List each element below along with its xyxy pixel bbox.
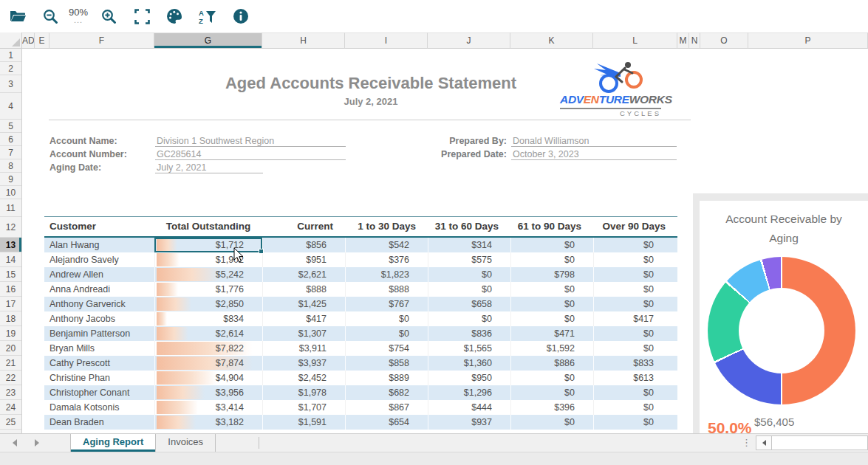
cell-current[interactable]: $3,911 xyxy=(262,341,345,356)
row-header-13[interactable]: 13 xyxy=(0,238,21,252)
header-31-60[interactable]: 31 to 60 Days xyxy=(428,217,510,236)
cell-1-30-days[interactable]: $889 xyxy=(345,371,428,385)
sheet-tab-aging-report[interactable]: Aging Report xyxy=(70,434,156,452)
cell-customer[interactable]: Dean Braden xyxy=(44,415,154,430)
header-current[interactable]: Current xyxy=(262,217,345,236)
row-header-25[interactable]: 25 xyxy=(0,415,21,430)
splitter-dots-icon[interactable]: ⋮ xyxy=(742,435,751,450)
cell-61-90-days[interactable]: $0 xyxy=(510,297,593,311)
tab-scroll-right-icon[interactable] xyxy=(33,438,41,447)
row-header-7[interactable]: 7 xyxy=(0,146,21,159)
cell-current[interactable]: $1,978 xyxy=(262,385,345,400)
row-header-17[interactable]: 17 xyxy=(0,297,21,311)
cell-1-30-days[interactable]: $1,823 xyxy=(345,267,428,282)
row-header-8[interactable]: 8 xyxy=(0,159,21,173)
cell-61-90-days[interactable]: $1,592 xyxy=(510,341,593,356)
cell-customer[interactable]: Benjamin Patterson xyxy=(44,326,154,341)
row-header-1[interactable]: 1 xyxy=(0,49,21,62)
cell-over-90-days[interactable]: $0 xyxy=(593,252,677,267)
cell-61-90-days[interactable]: $396 xyxy=(510,400,593,415)
cell-over-90-days[interactable]: $0 xyxy=(593,238,677,252)
cell-current[interactable]: $1,307 xyxy=(262,326,345,341)
cell-1-30-days[interactable]: $867 xyxy=(345,400,428,415)
cell-1-30-days[interactable]: $0 xyxy=(345,326,428,341)
column-header-M[interactable]: M xyxy=(677,32,689,49)
column-header-K[interactable]: K xyxy=(510,32,593,49)
cell-1-30-days[interactable]: $0 xyxy=(345,311,428,326)
cell-total-outstanding[interactable]: $2,850 xyxy=(154,297,262,311)
cell-1-30-days[interactable]: $767 xyxy=(345,297,428,311)
info-icon[interactable] xyxy=(231,7,250,26)
cell-61-90-days[interactable]: $0 xyxy=(510,415,593,430)
zoom-level[interactable]: 90% ... xyxy=(64,7,93,23)
cell-over-90-days[interactable]: $0 xyxy=(593,297,677,311)
cell-total-outstanding[interactable]: $3,414 xyxy=(154,400,262,415)
cell-total-outstanding[interactable]: $3,956 xyxy=(154,385,262,400)
cell-current[interactable]: $3,937 xyxy=(262,356,345,371)
aging-donut-chart[interactable] xyxy=(708,257,855,404)
cell-61-90-days[interactable]: $471 xyxy=(510,326,593,341)
cell-31-60-days[interactable]: $836 xyxy=(428,326,510,341)
cell-total-outstanding[interactable]: $7,822 xyxy=(154,341,262,356)
cell-31-60-days[interactable]: $0 xyxy=(428,267,510,282)
row-header-24[interactable]: 24 xyxy=(0,400,21,415)
row-header-3[interactable]: 3 xyxy=(0,75,21,93)
cell-61-90-days[interactable]: $0 xyxy=(510,252,593,267)
cell-31-60-days[interactable]: $444 xyxy=(428,400,510,415)
cell-customer[interactable]: Anthony Jacobs xyxy=(44,311,154,326)
header-1-30[interactable]: 1 to 30 Days xyxy=(345,217,428,236)
cell-61-90-days[interactable]: $0 xyxy=(510,385,593,400)
cell-current[interactable]: $1,425 xyxy=(262,297,345,311)
cell-customer[interactable]: Christopher Conant xyxy=(44,385,154,400)
cell-customer[interactable]: Anthony Garverick xyxy=(44,297,154,311)
column-header-N[interactable]: N xyxy=(689,32,700,49)
cell-over-90-days[interactable]: $833 xyxy=(593,356,677,371)
cell-31-60-days[interactable]: $658 xyxy=(428,297,510,311)
cell-31-60-days[interactable]: $0 xyxy=(428,282,510,297)
open-folder-icon[interactable] xyxy=(8,7,27,26)
row-header-19[interactable]: 19 xyxy=(0,326,21,341)
cell-1-30-days[interactable]: $682 xyxy=(345,385,428,400)
tab-scroll-left-icon[interactable] xyxy=(10,438,19,447)
cell-customer[interactable]: Anna Andreadi xyxy=(44,282,154,297)
header-over-90[interactable]: Over 90 Days xyxy=(593,217,677,236)
row-header-22[interactable]: 22 xyxy=(0,371,21,385)
cell-customer[interactable]: Andrew Allen xyxy=(44,267,154,282)
selected-cell-outline[interactable] xyxy=(154,238,262,252)
cell-current[interactable]: $1,707 xyxy=(262,400,345,415)
row-header-14[interactable]: 14 xyxy=(0,252,21,267)
cell-61-90-days[interactable]: $0 xyxy=(510,311,593,326)
cell-31-60-days[interactable]: $314 xyxy=(428,238,510,252)
cell-31-60-days[interactable]: $575 xyxy=(428,252,510,267)
sort-filter-icon[interactable]: A Z xyxy=(197,7,216,26)
cell-over-90-days[interactable]: $0 xyxy=(593,415,677,430)
cell-current[interactable]: $2,621 xyxy=(262,267,345,282)
cell-over-90-days[interactable]: $0 xyxy=(593,341,677,356)
column-header-O[interactable]: O xyxy=(700,32,748,49)
cell-over-90-days[interactable]: $613 xyxy=(593,371,677,385)
zoom-in-icon[interactable] xyxy=(99,7,118,26)
cell-31-60-days[interactable]: $0 xyxy=(428,311,510,326)
fill-handle[interactable] xyxy=(259,249,264,254)
cell-61-90-days[interactable]: $0 xyxy=(510,282,593,297)
cell-over-90-days[interactable]: $0 xyxy=(593,267,677,282)
column-header-J[interactable]: J xyxy=(428,32,510,49)
row-header-2[interactable]: 2 xyxy=(0,62,21,75)
sheet-tab-invoices[interactable]: Invoices xyxy=(156,434,216,452)
cell-total-outstanding[interactable]: $3,182 xyxy=(154,415,262,430)
row-header-9[interactable]: 9 xyxy=(0,173,21,186)
cell-31-60-days[interactable]: $937 xyxy=(428,415,510,430)
row-header-4[interactable]: 4 xyxy=(0,93,21,120)
cell-over-90-days[interactable]: $0 xyxy=(593,385,677,400)
cell-1-30-days[interactable]: $542 xyxy=(345,238,428,252)
cell-31-60-days[interactable]: $1,360 xyxy=(428,356,510,371)
cell-over-90-days[interactable]: $417 xyxy=(593,311,677,326)
cell-total-outstanding[interactable]: $5,242 xyxy=(154,267,262,282)
cell-total-outstanding[interactable]: $1,902 xyxy=(154,252,262,267)
column-header-F[interactable]: F xyxy=(49,32,154,49)
cell-customer[interactable]: Alan Hwang xyxy=(44,238,154,252)
column-header-P[interactable]: P xyxy=(748,32,868,49)
cell-total-outstanding[interactable]: $834 xyxy=(154,311,262,326)
column-header-H[interactable]: H xyxy=(262,32,345,49)
cell-over-90-days[interactable]: $0 xyxy=(593,282,677,297)
